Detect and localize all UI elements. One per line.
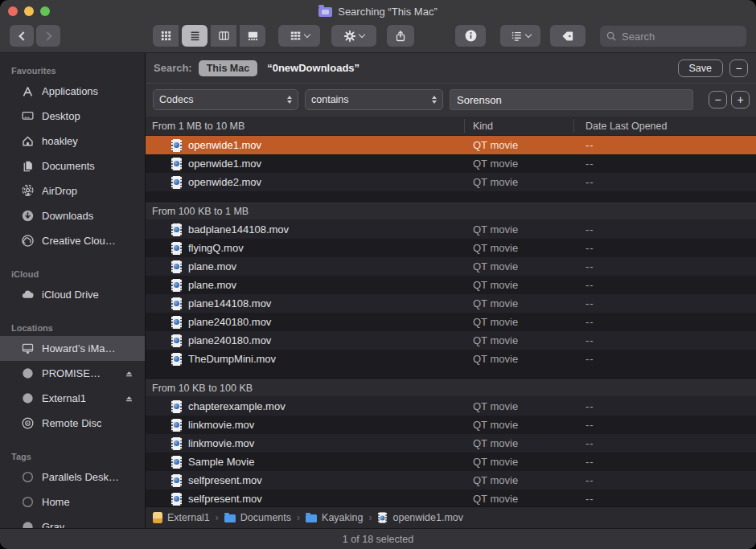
file-name: flyingQ.mov (188, 242, 244, 254)
sidebar-section-locations: LocationsHoward’s iMa…PROMISE…External1R… (0, 320, 145, 436)
table-row[interactable]: TheDumpMini.movQT movie-- (146, 350, 756, 368)
share-button[interactable] (387, 25, 414, 47)
file-name-cell: plane144108.mov (171, 294, 271, 313)
file-kind-cell: QT movie (473, 350, 518, 368)
list-options-button[interactable] (500, 25, 540, 47)
table-row[interactable]: selfpresent.movQT movie-- (146, 490, 756, 506)
table-row[interactable]: selfpresent.movQT movie-- (146, 471, 756, 490)
table-row[interactable]: openwide2.movQT movie-- (146, 173, 756, 191)
table-row[interactable]: plane.movQT movie-- (146, 276, 756, 294)
table-row[interactable]: plane.movQT movie-- (146, 257, 756, 276)
table-row[interactable]: linkmovie.movQT movie-- (146, 416, 756, 434)
table-row[interactable]: linkmovie.movQT movie-- (146, 434, 756, 453)
path-bar: External1›Documents›Kayaking›openwide1.m… (146, 506, 756, 528)
gallery-view-button[interactable] (240, 25, 265, 47)
sidebar-item-downloads[interactable]: Downloads (0, 203, 145, 228)
sidebar-item-icloud-drive[interactable]: iCloud Drive (0, 282, 145, 307)
sidebar-item-documents[interactable]: Documents (0, 154, 145, 178)
table-row[interactable]: openwide1.movQT movie-- (146, 136, 756, 154)
file-name-cell: TheDumpMini.mov (171, 350, 276, 368)
file-kind-cell: QT movie (473, 453, 518, 471)
sidebar-item-promise[interactable]: PROMISE… (0, 361, 145, 386)
sidebar-item-external1[interactable]: External1 (0, 386, 145, 411)
file-date-cell: -- (585, 136, 594, 154)
sidebar-item-home[interactable]: Home (0, 490, 145, 514)
desktop-icon (21, 109, 35, 123)
sidebar-item-label: iCloud Drive (42, 289, 99, 301)
remove-search-button[interactable]: − (729, 59, 748, 77)
table-row[interactable]: Sample MovieQT movie-- (146, 453, 756, 471)
sidebar-item-airdrop[interactable]: AirDrop (0, 178, 145, 203)
sidebar-item-desktop[interactable]: Desktop (0, 104, 145, 129)
sidebar-section-label: Tags (0, 449, 145, 465)
qt-file-icon (378, 512, 387, 523)
qt-file-icon (171, 139, 182, 152)
back-button[interactable] (10, 25, 34, 47)
path-item-documents[interactable]: Documents (224, 512, 291, 523)
folder-icon (306, 514, 317, 522)
path-item-kayaking[interactable]: Kayaking (306, 512, 363, 523)
list-view-button[interactable] (182, 25, 207, 47)
file-name-cell: plane.mov (171, 276, 236, 294)
file-name-cell: badplane144108.mov (171, 220, 289, 239)
sidebar-item-hoakley[interactable]: hoakley (0, 129, 145, 154)
eject-icon[interactable] (123, 392, 135, 404)
table-row[interactable]: plane144108.movQT movie-- (146, 294, 756, 313)
column-header-date[interactable]: Date Last Opened (585, 117, 667, 136)
toolbar-search-field[interactable] (600, 26, 746, 47)
tag-button[interactable] (550, 25, 585, 47)
forward-icon (43, 31, 51, 40)
icon-view-button[interactable] (153, 25, 179, 47)
file-date-cell: -- (585, 257, 594, 276)
table-row[interactable]: plane240180.movQT movie-- (146, 313, 756, 331)
file-date-cell: -- (585, 471, 594, 490)
window-title: Searching “This Mac” (338, 6, 438, 18)
window-chrome: Searching “This Mac” (0, 0, 756, 53)
table-row[interactable]: flyingQ.movQT movie-- (146, 239, 756, 257)
info-button[interactable] (455, 25, 486, 47)
search-icon (606, 31, 617, 42)
remove-criterion-button[interactable]: − (709, 91, 727, 109)
column-divider[interactable] (573, 119, 574, 133)
list-options-icon (511, 30, 523, 42)
table-row[interactable]: openwide1.movQT movie-- (146, 154, 756, 173)
status-text: 1 of 18 selected (343, 534, 413, 545)
file-name: chapterexample.mov (188, 400, 286, 412)
sidebar-item-parallels-desk[interactable]: Parallels Desk… (0, 465, 145, 490)
save-search-button[interactable]: Save (678, 59, 724, 77)
forward-button[interactable] (36, 25, 60, 47)
eject-icon[interactable] (123, 367, 135, 379)
sidebar-item-label: Gray (42, 521, 64, 528)
sidebar-item-howard-s-ima[interactable]: Howard’s iMa… (0, 336, 145, 361)
tag-icon (561, 30, 574, 43)
path-item-openwide1-mov[interactable]: openwide1.mov (377, 511, 463, 524)
sidebar-item-remote-disc[interactable]: Remote Disc (0, 411, 145, 436)
add-criterion-button[interactable]: + (731, 91, 750, 109)
group-by-button[interactable] (278, 25, 320, 47)
table-row[interactable]: chapterexample.movQT movie-- (146, 397, 756, 416)
column-divider[interactable] (464, 119, 465, 133)
file-name-cell: openwide1.mov (171, 136, 261, 154)
search-input[interactable] (620, 30, 741, 43)
table-row[interactable]: plane240180.movQT movie-- (146, 331, 756, 350)
sidebar-item-gray[interactable]: Gray (0, 514, 145, 528)
file-name: TheDumpMini.mov (188, 353, 276, 365)
scope-query-label[interactable]: “0newDownloads” (267, 62, 360, 74)
sidebar-item-applications[interactable]: Applications (0, 79, 145, 104)
column-header-kind[interactable]: Kind (473, 117, 493, 136)
creative-cloud-icon (21, 234, 35, 248)
sidebar-item-label: Applications (42, 85, 98, 97)
table-row[interactable]: badplane144108.movQT movie-- (146, 220, 756, 239)
column-view-button[interactable] (211, 25, 236, 47)
scope-this-mac-button[interactable]: This Mac (199, 60, 258, 76)
window-title-area: Searching “This Mac” (0, 0, 756, 23)
sidebar-item-creative-clou[interactable]: Creative Clou… (0, 228, 145, 253)
file-date-cell: -- (585, 239, 594, 257)
path-item-external1[interactable]: External1 (153, 512, 210, 523)
action-button[interactable] (331, 25, 376, 47)
criteria-value-field[interactable] (450, 89, 693, 110)
file-name: plane240180.mov (188, 316, 271, 328)
info-icon (464, 29, 478, 43)
operator-popup[interactable]: contains (305, 89, 443, 110)
attribute-popup[interactable]: Codecs (153, 89, 298, 110)
